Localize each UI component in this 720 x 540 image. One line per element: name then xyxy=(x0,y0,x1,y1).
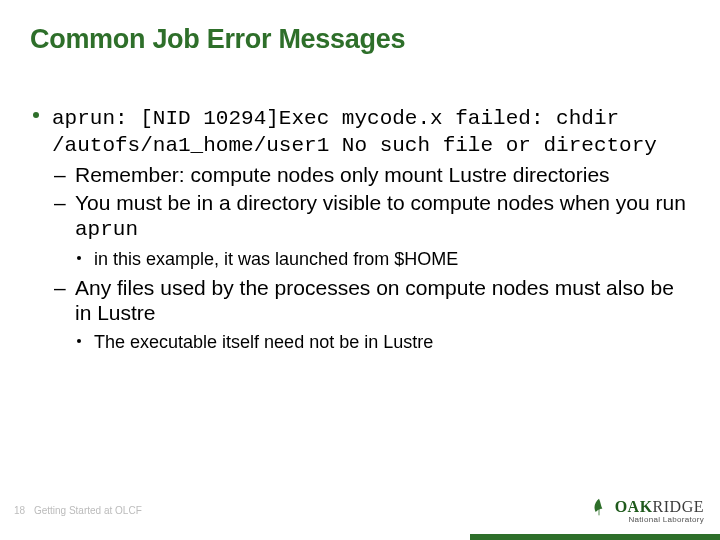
bullet-remember: – Remember: compute nodes only mount Lus… xyxy=(30,163,690,188)
bullet-dot-icon xyxy=(33,112,39,118)
leaf-icon xyxy=(589,497,609,517)
slide-title: Common Job Error Messages xyxy=(30,24,690,55)
inline-code-aprun: aprun xyxy=(75,218,138,241)
content-body: aprun: [NID 10294]Exec mycode.x failed: … xyxy=(30,105,690,353)
bullet-text: You must be in a directory visible to co… xyxy=(75,191,686,239)
footer-text: Getting Started at OLCF xyxy=(34,505,142,516)
bullet-executable: The executable itself need not be in Lus… xyxy=(30,332,690,353)
accent-bar xyxy=(470,534,720,540)
bullet-text: The executable itself need not be in Lus… xyxy=(94,332,433,352)
bullet-anyfiles: – Any files used by the processes on com… xyxy=(30,276,690,326)
logo-ridge: RIDGE xyxy=(653,498,704,515)
bullet-dot-icon xyxy=(77,256,81,260)
error-message: aprun: [NID 10294]Exec mycode.x failed: … xyxy=(52,107,657,157)
bullet-text: Any files used by the processes on compu… xyxy=(75,276,674,324)
logo-text: OAKRIDGE xyxy=(615,498,704,516)
bullet-example-home: in this example, it was launched from $H… xyxy=(30,249,690,270)
bullet-text: in this example, it was launched from $H… xyxy=(94,249,458,269)
bullet-mustbe: – You must be in a directory visible to … xyxy=(30,191,690,243)
bullet-text: Remember: compute nodes only mount Lustr… xyxy=(75,163,610,186)
bullet-error: aprun: [NID 10294]Exec mycode.x failed: … xyxy=(30,105,690,159)
slide: Common Job Error Messages aprun: [NID 10… xyxy=(0,0,720,540)
dash-icon: – xyxy=(54,191,66,216)
dash-icon: – xyxy=(54,276,66,301)
footer: 18 Getting Started at OLCF xyxy=(14,505,142,516)
logo-main: OAKRIDGE xyxy=(589,497,704,517)
logo-oak: OAK xyxy=(615,498,653,515)
dash-icon: – xyxy=(54,163,66,188)
bullet-dot-icon xyxy=(77,339,81,343)
logo: OAKRIDGE National Laboratory xyxy=(589,497,704,524)
page-number: 18 xyxy=(14,505,25,516)
bullet-text-a: You must be in a directory visible to co… xyxy=(75,191,686,214)
